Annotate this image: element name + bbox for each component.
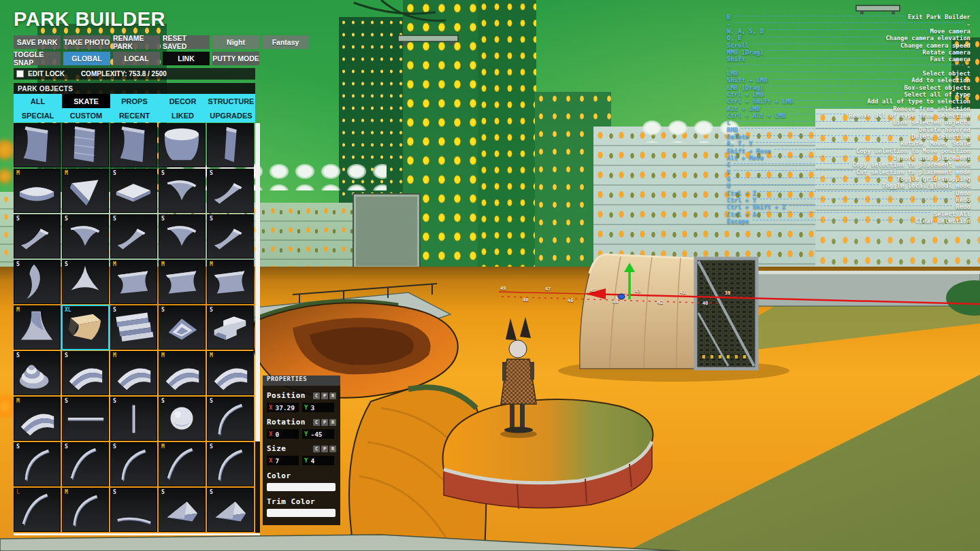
- object-thumbnail-pole[interactable]: S: [110, 397, 157, 441]
- toolbar-button-take-photo[interactable]: TAKE PHOTO: [63, 35, 110, 49]
- object-thumbnail-arc[interactable]: S: [207, 442, 254, 486]
- object-thumbnail-railH[interactable]: S: [62, 397, 109, 441]
- object-thumbnail-flare[interactable]: M: [14, 305, 61, 350]
- edit-lock-checkbox[interactable]: [16, 70, 24, 78]
- help-leader: [749, 58, 926, 59]
- trim-color-swatch[interactable]: [267, 509, 336, 517]
- toolbar-button-rename-park[interactable]: RENAME PARK: [113, 35, 160, 49]
- object-thumbnail-stairsCurv[interactable]: M: [14, 397, 61, 441]
- toolbar-button-local[interactable]: LOCAL: [113, 52, 160, 65]
- help-leader: [774, 149, 853, 150]
- object-thumbnail-stairsPyr[interactable]: S: [159, 305, 206, 350]
- object-thumbnail-sphere[interactable]: S: [159, 397, 206, 441]
- object-thumbnail-arcB[interactable]: M: [159, 442, 206, 486]
- object-thumbnail-arcB[interactable]: L: [14, 488, 61, 532]
- object-thumbnail-spiralSt[interactable]: S: [14, 351, 61, 395]
- object-thumbnail-arcB[interactable]: S: [62, 442, 109, 486]
- position-x-field[interactable]: X37.29: [267, 403, 299, 412]
- toolbar-button-save-park[interactable]: SAVE PARK: [14, 35, 61, 49]
- size-badge: S: [65, 398, 68, 404]
- toolbar-button-reset-saved[interactable]: RESET SAVED: [163, 35, 210, 49]
- object-thumbnail-bank[interactable]: S: [207, 214, 254, 258]
- object-thumbnail-bank[interactable]: S: [207, 169, 254, 213]
- object-thumbnail-cornerR[interactable]: M: [14, 169, 61, 213]
- color-swatch[interactable]: [267, 483, 336, 491]
- object-thumbnail-wall[interactable]: [110, 123, 157, 167]
- color-label: Color: [267, 471, 336, 480]
- tab-recent[interactable]: RECENT: [110, 108, 159, 122]
- tab-skate[interactable]: SKATE: [62, 94, 110, 108]
- object-thumbnail-stairsCurv[interactable]: M: [207, 351, 254, 395]
- object-thumbnail-hook[interactable]: S: [159, 214, 206, 258]
- object-thumbnail-hook[interactable]: S: [159, 169, 206, 213]
- object-thumbnail-arc[interactable]: S: [14, 442, 61, 486]
- object-thumbnail-cornerW[interactable]: M: [62, 169, 109, 213]
- object-thumbnail-trans[interactable]: M: [207, 260, 254, 304]
- object-thumbnail-flat[interactable]: S: [110, 169, 157, 213]
- prop-button-p[interactable]: P: [321, 446, 328, 452]
- object-thumbnail-wallr[interactable]: [62, 123, 109, 167]
- object-thumbnail-stairs[interactable]: S: [110, 305, 157, 350]
- tab-upgrades[interactable]: UPGRADES: [207, 108, 255, 122]
- help-row: LMB [Drag]Box-select objects: [727, 84, 970, 90]
- rotation-y-field[interactable]: Y-45: [302, 429, 334, 439]
- prop-button-c[interactable]: C: [313, 419, 320, 426]
- object-thumbnail-bowlc[interactable]: [159, 123, 206, 167]
- position-y-field[interactable]: Y3: [302, 403, 334, 412]
- size-y-field[interactable]: Y4: [302, 456, 334, 465]
- object-thumbnail-arc[interactable]: S: [110, 442, 157, 486]
- tab-custom[interactable]: CUSTOM: [62, 108, 110, 122]
- object-thumbnail-wedge3d[interactable]: S: [159, 488, 206, 532]
- toolbar-button-fantasy[interactable]: Fantasy: [262, 35, 309, 49]
- help-row: CCopy selection to placement mode: [727, 161, 970, 168]
- prop-button-r[interactable]: R: [329, 419, 336, 426]
- wall-icon: [111, 124, 157, 167]
- object-thumbnail-stairsCurv[interactable]: S: [62, 351, 109, 395]
- grid-scrollbar-thumb[interactable]: [255, 123, 260, 441]
- prop-button-c[interactable]: C: [313, 446, 320, 452]
- gizmo-tick-label: 41: [680, 290, 685, 295]
- object-thumbnail-stairsCor[interactable]: S: [207, 305, 254, 350]
- object-thumbnail-arc[interactable]: M: [62, 488, 109, 532]
- prop-button-c[interactable]: C: [313, 393, 320, 399]
- size-badge: M: [65, 170, 68, 176]
- object-thumbnail-wall[interactable]: [14, 123, 61, 167]
- toolbar-button-toggle-snap[interactable]: TOGGLE SNAP: [14, 52, 61, 65]
- toolbar-button-global[interactable]: GLOBAL: [63, 52, 110, 65]
- object-thumbnail-wedge3d[interactable]: S: [207, 488, 254, 532]
- gizmo-tick-label: 49: [500, 286, 506, 291]
- size-x-field[interactable]: X7: [267, 456, 299, 465]
- tab-props[interactable]: PROPS: [110, 94, 159, 108]
- tab-structure[interactable]: STRUCTURE: [207, 94, 255, 108]
- toolbar-button-night[interactable]: Night: [212, 35, 259, 49]
- object-thumbnail-woodramp[interactable]: XL: [62, 305, 109, 350]
- toolbar-button-link[interactable]: LINK: [163, 52, 210, 65]
- object-thumbnail-bank[interactable]: S: [14, 214, 61, 258]
- object-thumbnail-arcLow[interactable]: S: [110, 488, 157, 532]
- toolbar-button-putty-mode[interactable]: PUTTY MODE: [212, 52, 259, 65]
- object-thumbnail-starc[interactable]: S: [62, 260, 109, 304]
- rotation-x-field[interactable]: X0: [267, 429, 299, 439]
- object-thumbnail-bank[interactable]: S: [110, 214, 157, 258]
- object-thumbnail-arc[interactable]: S: [207, 397, 254, 441]
- grid-scrollbar[interactable]: [255, 123, 260, 533]
- object-thumbnail-trans[interactable]: M: [110, 260, 157, 304]
- object-thumbnail-stairsCurv[interactable]: M: [159, 351, 206, 395]
- prop-button-p[interactable]: P: [321, 393, 328, 399]
- object-thumbnail-stairsCurv[interactable]: M: [110, 351, 157, 395]
- help-leader: [764, 107, 889, 107]
- object-thumbnail-walln[interactable]: [207, 123, 254, 167]
- object-thumbnail-vcurve[interactable]: S: [14, 260, 61, 304]
- tab-all[interactable]: ALL: [14, 94, 62, 108]
- trans-icon: [111, 261, 157, 303]
- arcB-icon: [14, 488, 60, 531]
- object-thumbnail-trans[interactable]: M: [159, 260, 206, 304]
- prop-button-r[interactable]: R: [329, 393, 336, 399]
- tab-special[interactable]: SPECIAL: [14, 108, 62, 122]
- tab-liked[interactable]: LIKED: [159, 108, 207, 122]
- tab-decor[interactable]: DECOR: [159, 94, 207, 108]
- object-thumbnail-hook[interactable]: S: [62, 214, 109, 258]
- prop-button-r[interactable]: R: [329, 446, 336, 452]
- arc-icon: [208, 443, 253, 486]
- prop-button-p[interactable]: P: [321, 419, 328, 426]
